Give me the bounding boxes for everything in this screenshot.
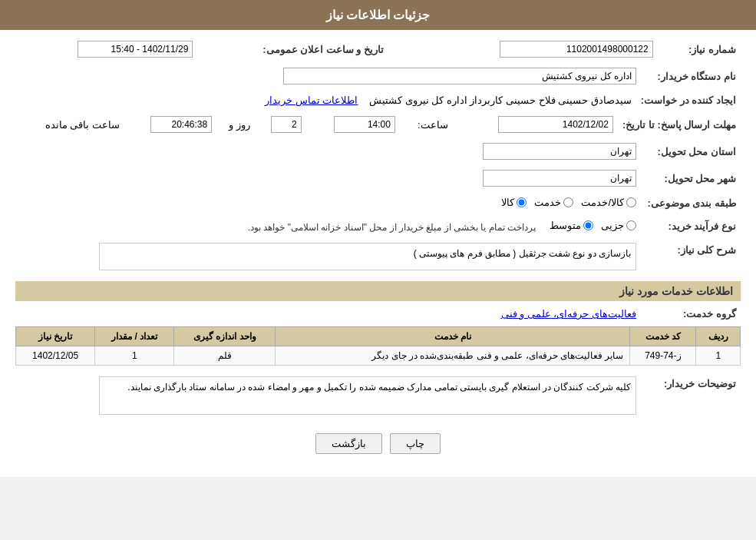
response-time-label: ساعت: bbox=[400, 113, 453, 136]
purchase-type-radio-group: جزیی متوسط bbox=[550, 220, 636, 231]
cell-row: 1 bbox=[696, 346, 741, 366]
need-description-box: بازسازی دو نوع شفت جرثقیل ( مطابق فرم ها… bbox=[99, 243, 636, 270]
buyer-org-table: نام دستگاه خریدار: bbox=[15, 65, 741, 88]
col-row: ردیف bbox=[696, 327, 741, 346]
cell-name: سایر فعالیت‌های حرفه‌ای، علمی و فنی طبقه… bbox=[276, 346, 630, 366]
services-data-table: ردیف کد خدمت نام خدمت واحد اندازه گیری ت… bbox=[15, 326, 741, 366]
main-content: شماره نیاز: تاریخ و ساعت اعلان عمومی: نا… bbox=[0, 30, 756, 477]
need-number-input[interactable] bbox=[500, 41, 653, 58]
category-option-kala: کالا bbox=[501, 197, 527, 208]
need-description-text: بازسازی دو نوع شفت جرثقیل ( مطابق فرم ها… bbox=[414, 248, 631, 259]
col-date: تاریخ نیاز bbox=[16, 327, 95, 346]
service-group-value: فعالیت‌های حرفه‌ای، علمی و فنی bbox=[15, 305, 641, 323]
city-label: شهر محل تحویل: bbox=[641, 167, 741, 190]
purchase-type-option-motavasset: متوسط bbox=[550, 220, 593, 231]
buyer-org-input[interactable] bbox=[283, 68, 636, 84]
services-section-title: اطلاعات خدمات مورد نیاز bbox=[15, 281, 741, 301]
category-option-khedmat: خدمت bbox=[534, 197, 573, 208]
buttons-row: چاپ بازگشت bbox=[15, 422, 741, 469]
buyer-notes-label: توضیحات خریدار: bbox=[641, 373, 741, 418]
need-description-value: بازسازی دو نوع شفت جرثقیل ( مطابق فرم ها… bbox=[15, 240, 641, 273]
category-label-khedmat: خدمت bbox=[534, 197, 561, 208]
need-number-value bbox=[419, 38, 658, 61]
need-description-table: شرح کلی نیاز: بازسازی دو نوع شفت جرثقیل … bbox=[15, 240, 741, 273]
purchase-type-label: نوع فرآیند خرید: bbox=[641, 217, 741, 236]
province-input[interactable] bbox=[483, 143, 636, 160]
cell-quantity: 1 bbox=[95, 346, 174, 366]
category-radio-kala-khedmat[interactable] bbox=[626, 197, 636, 207]
buyer-org-label: نام دستگاه خریدار: bbox=[641, 65, 741, 88]
service-group-table: گروه خدمت: فعالیت‌های حرفه‌ای، علمی و فن… bbox=[15, 305, 741, 323]
response-date-value bbox=[453, 113, 618, 136]
province-value bbox=[15, 140, 641, 163]
purchase-type-options: جزیی متوسط پرداخت تمام یا بخشی از مبلغ خ… bbox=[15, 217, 641, 236]
buyer-notes-box: کلیه شرکت کنندگان در استعلام گیری بایستی… bbox=[99, 376, 636, 415]
col-code: کد خدمت bbox=[630, 327, 696, 346]
announcement-date-label: تاریخ و ساعت اعلان عمومی: bbox=[197, 38, 388, 61]
category-options: کالا/خدمت خدمت کالا bbox=[15, 194, 641, 213]
category-option-kala-khedmat: کالا/خدمت bbox=[581, 197, 636, 208]
city-table: شهر محل تحویل: bbox=[15, 167, 741, 190]
page-wrapper: جزئیات اطلاعات نیاز شماره نیاز: تاریخ و … bbox=[0, 0, 756, 477]
buyer-notes-table: توضیحات خریدار: کلیه شرکت کنندگان در است… bbox=[15, 373, 741, 418]
page-title: جزئیات اطلاعات نیاز bbox=[326, 8, 431, 22]
response-remaining-input[interactable] bbox=[150, 116, 212, 133]
response-date-label: مهلت ارسال پاسخ: تا تاریخ: bbox=[618, 113, 741, 136]
service-group-link[interactable]: فعالیت‌های حرفه‌ای، علمی و فنی bbox=[501, 308, 636, 320]
province-label: استان محل تحویل: bbox=[641, 140, 741, 163]
purchase-type-radio-jozii[interactable] bbox=[626, 220, 636, 230]
col-unit: واحد اندازه گیری bbox=[174, 327, 276, 346]
response-remaining-value bbox=[123, 113, 216, 136]
response-remaining-label: ساعت باقی مانده bbox=[15, 113, 123, 136]
response-time-value bbox=[306, 113, 400, 136]
cell-date: 1402/12/05 bbox=[16, 346, 95, 366]
header-info-table: شماره نیاز: تاریخ و ساعت اعلان عمومی: bbox=[15, 38, 741, 61]
print-button[interactable]: چاپ bbox=[390, 433, 441, 454]
city-value bbox=[15, 167, 641, 190]
purchase-type-label-motavasset: متوسط bbox=[550, 220, 581, 231]
back-button[interactable]: بازگشت bbox=[315, 433, 382, 454]
announcement-date-value bbox=[15, 38, 197, 61]
page-header: جزئیات اطلاعات نیاز bbox=[0, 0, 756, 30]
buyer-notes-value: کلیه شرکت کنندگان در استعلام گیری بایستی… bbox=[15, 373, 641, 418]
creator-contact-link[interactable]: اطلاعات تماس خریدار bbox=[265, 94, 358, 106]
purchase-type-label-jozii: جزیی bbox=[601, 220, 624, 231]
response-time-input[interactable] bbox=[334, 116, 395, 133]
creator-value: سیدصادق حسینی فلاح حسینی کاربرداز اداره … bbox=[15, 91, 636, 109]
table-row: 1 ز-74-749 سایر فعالیت‌های حرفه‌ای، علمی… bbox=[16, 346, 741, 366]
need-number-label: شماره نیاز: bbox=[658, 38, 741, 61]
need-description-label: شرح کلی نیاز: bbox=[641, 240, 741, 273]
response-date-input[interactable] bbox=[498, 116, 613, 133]
buyer-org-value bbox=[15, 65, 641, 88]
announcement-date-input[interactable] bbox=[78, 41, 193, 58]
col-name: نام خدمت bbox=[276, 327, 630, 346]
cell-code: ز-74-749 bbox=[630, 346, 696, 366]
category-radio-khedmat[interactable] bbox=[563, 197, 573, 207]
province-table: استان محل تحویل: bbox=[15, 140, 741, 163]
category-label: طبقه بندی موضوعی: bbox=[641, 194, 741, 213]
purchase-type-table: نوع فرآیند خرید: جزیی متوسط پرداخت bbox=[15, 217, 741, 236]
response-days-label: روز و bbox=[216, 113, 253, 136]
cell-unit: قلم bbox=[174, 346, 276, 366]
creator-label: ایجاد کننده در خواست: bbox=[636, 91, 741, 109]
category-label-kala: کالا bbox=[501, 197, 514, 208]
creator-text: سیدصادق حسینی فلاح حسینی کاربرداز اداره … bbox=[369, 94, 632, 106]
purchase-type-option-jozii: جزیی bbox=[601, 220, 636, 231]
purchase-type-radio-motavasset[interactable] bbox=[583, 220, 593, 230]
category-radio-kala[interactable] bbox=[517, 197, 527, 207]
response-days-input[interactable] bbox=[271, 116, 302, 133]
service-group-label: گروه خدمت: bbox=[641, 305, 741, 323]
buyer-notes-text: کلیه شرکت کنندگان در استعلام گیری بایستی… bbox=[127, 382, 631, 393]
category-radio-group: کالا/خدمت خدمت کالا bbox=[501, 197, 636, 208]
category-label-kala-khedmat: کالا/خدمت bbox=[581, 197, 624, 208]
response-days-value bbox=[253, 113, 306, 136]
category-table: طبقه بندی موضوعی: کالا/خدمت خدمت bbox=[15, 194, 741, 213]
creator-table: ایجاد کننده در خواست: سیدصادق حسینی فلاح… bbox=[15, 91, 741, 109]
purchase-notice: پرداخت تمام یا بخشی از مبلغ خریدار از مح… bbox=[248, 222, 536, 233]
response-date-table: مهلت ارسال پاسخ: تا تاریخ: ساعت: روز و س… bbox=[15, 113, 741, 136]
col-quantity: تعداد / مقدار bbox=[95, 327, 174, 346]
city-input[interactable] bbox=[483, 170, 636, 187]
